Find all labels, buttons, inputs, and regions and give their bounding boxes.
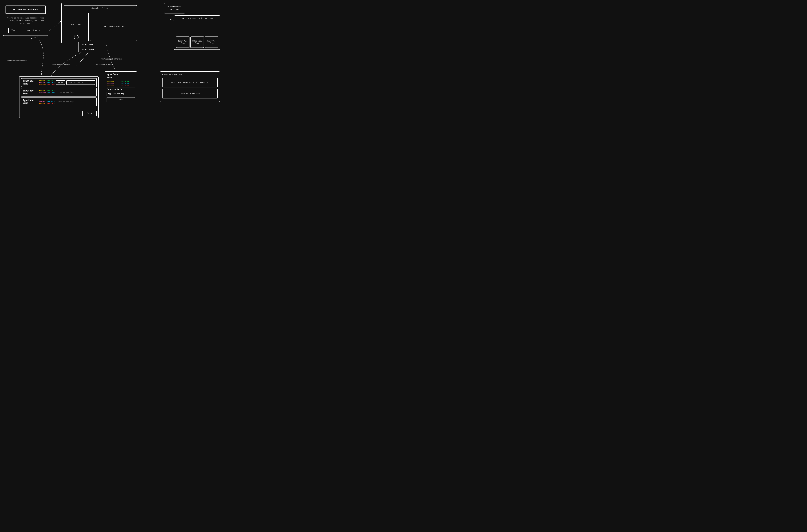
tag-input-2[interactable]: type to add tag...	[56, 100, 95, 104]
flow-label-file: USER SELECTS FILE	[96, 64, 112, 65]
inspect-style-1: FONT STYLE	[121, 80, 135, 82]
font-style-0-1: FONT STYLE	[47, 80, 55, 81]
font-list-label: Font List	[71, 23, 81, 26]
current-viz-box: Current Visualization Options Other Vis.…	[174, 15, 220, 50]
serif-badge[interactable]: Serif	[56, 80, 65, 85]
yes-button[interactable]: Yes	[8, 28, 18, 33]
font-style-0-3: FONT STYLE	[47, 82, 55, 83]
other-vis-label-0: Other Vis. Type	[176, 40, 189, 44]
ellipsis: ...	[21, 107, 97, 110]
general-settings-title: General Settings	[162, 74, 218, 76]
flow-label-inspect: USER INSPECTS TYPEFACE	[101, 58, 122, 60]
font-style-2-1: FONT STYLE	[47, 99, 55, 101]
font-item-row-0: TypefaceName FONT STYLE FONT STYLE FONT …	[21, 78, 97, 87]
inspect-style-2: FONT STYLE	[107, 82, 121, 84]
inspect-save-button[interactable]: Save	[107, 97, 135, 102]
font-style-1-2: FONT STYLE	[39, 92, 46, 93]
tag-input-0[interactable]: type to add tag...	[66, 80, 95, 85]
other-vis-0[interactable]: Other Vis. Type	[176, 37, 190, 48]
search-filter-label: Search + Filter	[92, 7, 109, 10]
tag-input-1[interactable]: type to add tag...	[56, 90, 95, 94]
other-vis-row: Other Vis. Type Other Vis. Type Other Vi…	[176, 37, 218, 48]
other-vis-2[interactable]: Other Vis. Type	[205, 37, 218, 48]
import-folder-item[interactable]: Import Folder	[78, 47, 100, 52]
viz-settings-label: Visualization Settings	[168, 6, 181, 11]
current-viz-main	[176, 21, 218, 35]
plus-circle-button[interactable]: +	[74, 35, 78, 39]
font-style-0-0: FONT STYLE	[39, 80, 46, 81]
font-style-1-4: FONT STYLE	[39, 93, 46, 95]
font-style-2-2: FONT STYLE	[39, 101, 46, 102]
inspect-style-5: FONT STYLE	[121, 84, 135, 86]
inspect-style-4: FONT STYLE	[107, 84, 121, 86]
font-visualization-box: Font Visualization	[90, 13, 137, 41]
inspect-style-0: FONT STYLE	[107, 80, 121, 82]
gs-theming-label: Theming, Interface	[180, 93, 200, 95]
flow-label-folder2: USER SELECTS FOLDER	[52, 64, 70, 65]
welcome-body-text: There is no existing ascender font libra…	[5, 17, 46, 25]
save-button[interactable]: Save	[82, 111, 97, 116]
font-style-2-5: FONT STYLE	[47, 103, 55, 104]
plus-icon: +	[75, 36, 77, 39]
gs-theming-section[interactable]: Theming, Interface	[162, 89, 218, 98]
font-style-1-0: FONT STYLE	[39, 90, 46, 91]
welcome-box: Welcome to Ascender! There is no existin…	[3, 3, 49, 36]
other-vis-label-2: Other Vis. Type	[205, 40, 218, 44]
other-vis-label-1: Other Vis. Type	[191, 40, 204, 44]
font-styles-grid-2: FONT STYLE FONT STYLE FONT STYLE FONT ST…	[39, 99, 55, 104]
general-settings-box: General Settings Data. User Experience, …	[160, 71, 220, 102]
font-item-name-1: TypefaceName	[23, 90, 37, 95]
save-row: Save	[21, 111, 97, 116]
gs-data-section[interactable]: Data. User Experience, App Behavior	[162, 78, 218, 88]
inspect-typeface-name: TypefaceName	[107, 73, 135, 79]
font-style-0-4: FONT STYLE	[39, 83, 46, 85]
welcome-buttons: Yes New Library	[5, 28, 46, 33]
inspect-styles-grid: FONT STYLE FONT STYLE FONT STYLE FONT ST…	[107, 80, 135, 86]
font-style-2-3: FONT STYLE	[47, 101, 55, 102]
font-style-1-5: FONT STYLE	[47, 93, 55, 95]
font-style-1-1: FONT STYLE	[47, 90, 55, 91]
welcome-title: Welcome to Ascender!	[5, 5, 46, 14]
font-item-name-2: TypefaceName	[23, 99, 37, 104]
import-dropdown: Import File Import Folder	[78, 42, 100, 52]
font-style-1-3: FONT STYLE	[47, 92, 55, 93]
font-viz-label: Font Visualization	[103, 26, 124, 28]
font-style-2-0: FONT STYLE	[39, 99, 46, 101]
inspect-style-3: FONT STYLE	[121, 82, 135, 84]
import-file-item[interactable]: Import File	[78, 42, 100, 47]
font-style-2-4: FONT STYLE	[39, 103, 46, 104]
font-item-name-0: TypefaceName	[23, 80, 37, 85]
font-styles-grid-0: FONT STYLE FONT STYLE FONT STYLE FONT ST…	[39, 80, 55, 85]
app-content-row: Font List + Font Visualization	[63, 13, 137, 41]
other-vis-1[interactable]: Other Vis. Type	[190, 37, 204, 48]
viz-settings-box[interactable]: Visualization Settings	[164, 3, 185, 14]
font-items-box: TypefaceName FONT STYLE FONT STYLE FONT …	[19, 76, 99, 118]
gs-data-label: Data. User Experience, App Behavior	[171, 81, 209, 83]
welcome-title-text: Welcome to Ascender!	[13, 8, 38, 11]
typeface-inspect-box: TypefaceName FONT STYLE FONT STYLE FONT …	[104, 71, 137, 104]
inspect-info-label: Typeface Info	[107, 87, 135, 91]
current-viz-title: Current Visualization Options	[176, 17, 218, 19]
main-app-box: Search + Filter Font List + Font Visuali…	[61, 3, 139, 43]
font-item-row-1: TypefaceName FONT STYLE FONT STYLE FONT …	[21, 88, 97, 97]
flow-label-folder1: USER SELECTS FOLDER	[7, 60, 26, 61]
font-list-box: Font List +	[63, 13, 89, 41]
font-style-0-5: FONT STYLE	[47, 83, 55, 85]
search-filter-box[interactable]: Search + Filter	[63, 5, 137, 11]
font-item-row-2: TypefaceName FONT STYLE FONT STYLE FONT …	[21, 97, 97, 106]
font-style-0-2: FONT STYLE	[39, 82, 46, 83]
new-library-button[interactable]: New Library	[24, 28, 43, 33]
inspect-tag-input[interactable]: type to add tag...	[107, 92, 135, 96]
font-styles-grid-1: FONT STYLE FONT STYLE FONT STYLE FONT ST…	[39, 90, 55, 95]
